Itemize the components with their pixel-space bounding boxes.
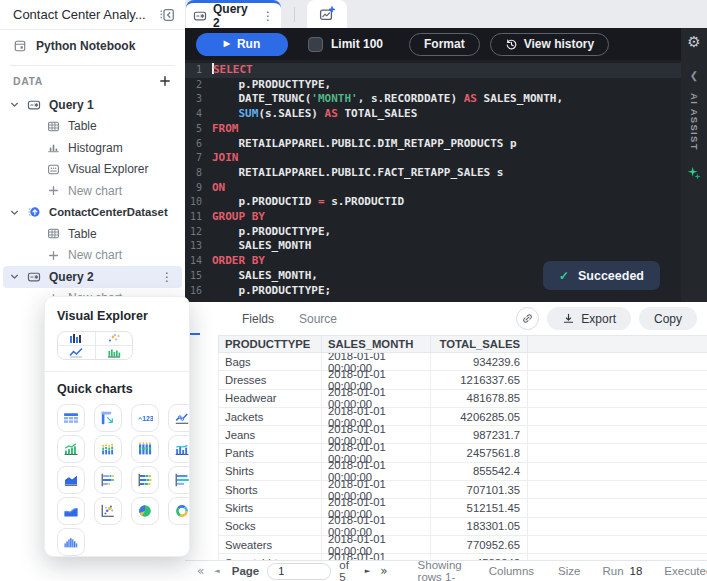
single-number-icon: 123 bbox=[137, 410, 153, 426]
results-tabs: Fields Source Export Copy bbox=[185, 302, 707, 335]
copy-button[interactable]: Copy bbox=[639, 307, 697, 330]
python-notebook-label: Python Notebook bbox=[36, 39, 135, 53]
view-history-button[interactable]: View history bbox=[490, 33, 609, 56]
sidebar-item-query-2[interactable]: Query 2 ⋮ bbox=[3, 266, 182, 288]
popup-title: Visual Explorer bbox=[57, 309, 177, 323]
collapse-sidebar-icon[interactable] bbox=[159, 7, 175, 23]
chevron-down-icon[interactable] bbox=[8, 270, 21, 283]
table-row[interactable]: Shirts2018-01-01 00:00:00855542.4 bbox=[218, 463, 707, 481]
table-row[interactable]: Sweaters2018-01-01 00:00:00770952.65 bbox=[218, 536, 707, 554]
quickchart-table-button[interactable] bbox=[57, 404, 85, 432]
quickchart-pivot-button[interactable] bbox=[94, 404, 122, 432]
filled-area-icon bbox=[63, 503, 79, 519]
quickchart-combo-line-button[interactable] bbox=[57, 435, 85, 463]
quickchart-column-line-button[interactable] bbox=[168, 435, 190, 463]
ai-sparkle-icon[interactable] bbox=[687, 166, 701, 180]
mini-column-chart-icon bbox=[99, 347, 129, 358]
run-label: Run bbox=[602, 565, 623, 577]
table-chart-icon bbox=[63, 410, 79, 426]
last-page-icon[interactable]: » bbox=[380, 564, 387, 578]
previous-page-icon[interactable]: ◄ bbox=[214, 567, 219, 575]
quickchart-bar-dots-button[interactable] bbox=[94, 466, 122, 494]
quickchart-filled-area-button[interactable] bbox=[57, 497, 85, 525]
table-row[interactable]: Jackets2018-01-01 00:00:004206285.05 bbox=[218, 408, 707, 426]
status-badge-succeeded: ✓ Succeeded bbox=[543, 261, 660, 290]
chevron-down-icon[interactable] bbox=[8, 98, 21, 111]
data-section-label: DATA bbox=[13, 75, 158, 87]
tab-query-2[interactable]: Query 2 ⋮ bbox=[186, 0, 281, 28]
quickchart-area-button[interactable] bbox=[57, 466, 85, 494]
format-button[interactable]: Format bbox=[409, 33, 480, 56]
history-icon bbox=[505, 38, 518, 51]
sidebar-item-dataset-table[interactable]: Table bbox=[0, 223, 185, 245]
sidebar-item-query1-histogram[interactable]: Histogram bbox=[0, 137, 185, 159]
quickchart-grouped-column-button[interactable] bbox=[131, 435, 159, 463]
table-row[interactable]: Dresses2018-01-01 00:00:001216337.65 bbox=[218, 371, 707, 389]
code-line: SELECT bbox=[185, 63, 681, 78]
tab-source[interactable]: Source bbox=[299, 312, 337, 326]
query-icon bbox=[27, 270, 41, 284]
sidebar-item-query-1[interactable]: Query 1 bbox=[0, 94, 185, 116]
column-header-total-sales[interactable]: TOTAL_SALES bbox=[431, 336, 528, 352]
query-toolbar: ▶ Run Limit 100 Format View history bbox=[185, 28, 707, 60]
sidebar-item-query1-new-chart[interactable]: New chart bbox=[0, 180, 185, 202]
table-row[interactable]: Headwear2018-01-01 00:00:00481678.85 bbox=[218, 390, 707, 408]
table-row[interactable]: Skirts2018-01-01 00:00:00512151.45 bbox=[218, 499, 707, 517]
sidebar-item-contactcenterdataset[interactable]: ContactCenterDataset bbox=[0, 202, 185, 224]
table-row[interactable]: Pants2018-01-01 00:00:002457561.8 bbox=[218, 444, 707, 462]
sidebar-item-dataset-new-chart[interactable]: New chart bbox=[0, 245, 185, 267]
link-button[interactable] bbox=[516, 307, 539, 330]
table-row[interactable]: Shorts2018-01-01 00:00:00707101.35 bbox=[218, 481, 707, 499]
quickchart-bar-button[interactable] bbox=[168, 466, 190, 494]
table-row[interactable]: Jeans2018-01-01 00:00:00987231.7 bbox=[218, 426, 707, 444]
table-icon bbox=[47, 227, 60, 240]
run-button[interactable]: ▶ Run bbox=[196, 33, 288, 56]
link-icon bbox=[521, 312, 534, 325]
quickchart-donut-button[interactable] bbox=[168, 497, 190, 525]
sidebar-item-query1-visual-explorer[interactable]: Visual Explorer bbox=[0, 159, 185, 181]
table-row[interactable]: Socks2018-01-01 00:00:00183301.05 bbox=[218, 518, 707, 536]
quickchart-number-button[interactable]: 123 bbox=[131, 404, 159, 432]
sidebar-item-python-notebook[interactable]: Python Notebook bbox=[0, 30, 185, 62]
quickchart-pie-button[interactable] bbox=[131, 497, 159, 525]
gear-icon[interactable]: ⚙ bbox=[687, 35, 700, 50]
quickchart-stacked-column-button[interactable] bbox=[94, 435, 122, 463]
histogram-icon bbox=[47, 141, 60, 154]
check-icon: ✓ bbox=[559, 269, 569, 283]
size-label[interactable]: Size bbox=[558, 565, 580, 577]
export-button[interactable]: Export bbox=[547, 307, 631, 330]
tab-fields[interactable]: Fields bbox=[242, 312, 274, 326]
column-header-producttype[interactable]: PRODUCTTYPE bbox=[218, 336, 322, 352]
quickchart-histogram-button[interactable] bbox=[57, 528, 85, 556]
results-table-header: PRODUCTTYPE SALES_MONTH TOTAL_SALES bbox=[218, 335, 707, 353]
visual-explorer-popup: Visual Explorer Quick charts 123 bbox=[44, 296, 190, 557]
mini-line-chart-icon bbox=[61, 347, 91, 358]
limit-checkbox[interactable] bbox=[308, 37, 323, 52]
first-page-icon[interactable]: « bbox=[197, 564, 204, 578]
column-header-sales-month[interactable]: SALES_MONTH bbox=[322, 336, 431, 352]
new-chart-tab-button[interactable] bbox=[307, 0, 347, 28]
mini-bar-chart-icon bbox=[61, 333, 91, 344]
sidebar-item-query1-table[interactable]: Table bbox=[0, 116, 185, 138]
chevron-down-icon[interactable] bbox=[8, 206, 21, 219]
showing-rows-label: Showing rows 1- bbox=[418, 559, 462, 581]
download-icon bbox=[562, 312, 575, 325]
quickchart-line-button[interactable] bbox=[168, 404, 190, 432]
page-input[interactable] bbox=[267, 563, 331, 580]
limit-label: Limit 100 bbox=[331, 37, 383, 51]
query-icon bbox=[193, 9, 207, 23]
sql-editor[interactable]: SELECT p.PRODUCTTYPE, DATE_TRUNC('MONTH'… bbox=[185, 60, 707, 302]
table-row[interactable]: Bags2018-01-01 00:00:00934239.6 bbox=[218, 353, 707, 371]
quickchart-scatter-button[interactable] bbox=[94, 497, 122, 525]
add-data-icon[interactable] bbox=[158, 74, 172, 88]
tab-kebab-menu-icon[interactable]: ⋮ bbox=[262, 9, 274, 23]
collapse-panel-icon[interactable]: ❮ bbox=[690, 70, 698, 81]
donut-chart-icon bbox=[174, 503, 190, 519]
data-section-header: DATA bbox=[0, 68, 185, 94]
visual-explorer-button[interactable] bbox=[57, 331, 133, 360]
columns-label[interactable]: Columns bbox=[489, 565, 534, 577]
next-page-icon[interactable]: ► bbox=[365, 567, 370, 575]
limit-checkbox-group: Limit 100 bbox=[308, 37, 383, 52]
quickchart-stacked-bar-button[interactable] bbox=[131, 466, 159, 494]
kebab-menu-icon[interactable]: ⋮ bbox=[161, 270, 173, 284]
